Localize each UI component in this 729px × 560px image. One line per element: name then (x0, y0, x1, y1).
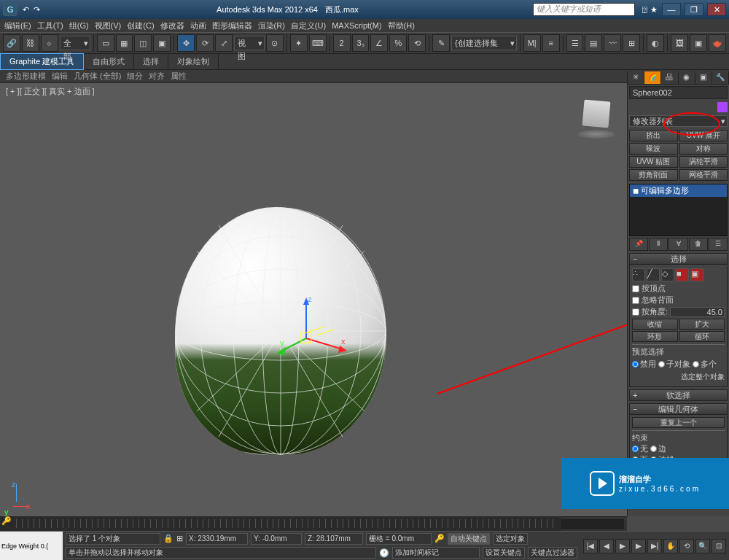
menu-rendering[interactable]: 渲染(R) (257, 20, 286, 31)
tab-motion-icon[interactable]: ◉ (679, 71, 695, 84)
coord-x-field[interactable]: X: 2330.19mm (186, 533, 248, 545)
stack-showend-icon[interactable]: Ⅱ (649, 238, 668, 251)
refcoord-dropdown[interactable]: 视图 (234, 36, 265, 50)
tab-graphite[interactable]: Graphite 建模工具 (0, 53, 84, 70)
mod-symmetry-button[interactable]: 对称 (679, 143, 728, 155)
panel-properties[interactable]: 属性 (171, 71, 187, 82)
radio-preview-multi[interactable] (693, 361, 699, 368)
panel-edit[interactable]: 编辑 (52, 71, 68, 82)
menu-grapheditors[interactable]: 图形编辑器 (211, 20, 254, 31)
setkey-button[interactable]: 设置关键点 (483, 547, 525, 559)
mod-turbosmooth-button[interactable]: 涡轮平滑 (679, 156, 728, 168)
bind-icon[interactable]: ⟐ (41, 34, 58, 52)
link-icon[interactable]: 🔗 (3, 34, 20, 52)
menu-tools[interactable]: 工具(T) (36, 20, 65, 31)
percent-snap-icon[interactable]: % (389, 34, 407, 52)
angle-snap-icon[interactable]: ∠ (370, 34, 388, 52)
menu-create[interactable]: 创建(C) (125, 20, 155, 31)
select-region-icon[interactable]: ◫ (134, 34, 152, 52)
scale-icon[interactable]: ⤢ (215, 34, 233, 52)
autokey-button[interactable]: 自动关键点 (448, 533, 490, 545)
radio-preview-subobj[interactable] (658, 361, 665, 368)
align-icon[interactable]: ≡ (542, 34, 560, 52)
menu-view[interactable]: 视图(V) (93, 20, 123, 31)
play-button[interactable]: ▶ (615, 539, 630, 553)
abs-rel-icon[interactable]: ⊞ (176, 534, 183, 543)
isolate-icon[interactable]: 🔑 (434, 534, 445, 543)
coord-z-field[interactable]: Z: 28.107mm (305, 533, 363, 545)
layers-icon[interactable]: ☰ (566, 34, 584, 52)
maximize-vp-icon[interactable]: ⊡ (712, 539, 726, 553)
panel-align[interactable]: 对齐 (149, 71, 165, 82)
panel-geometry[interactable]: 几何体 (全部) (74, 71, 121, 82)
object-name-field[interactable]: Sphere002 (629, 86, 728, 99)
lock-icon[interactable]: 🔒 (163, 534, 174, 543)
track-key-icon[interactable]: 🔑 (0, 516, 13, 531)
subobj-element-icon[interactable]: ▣ (690, 268, 703, 281)
angle-spinner[interactable]: 45.0 (670, 307, 725, 317)
keyfilters-button[interactable]: 关键点过滤器 (528, 547, 577, 559)
minimize-button[interactable]: — (662, 3, 681, 16)
sphere-object[interactable] (175, 207, 386, 455)
window-crossing-icon[interactable]: ▣ (153, 34, 171, 52)
subobj-border-icon[interactable]: ◇ (661, 268, 674, 281)
modifier-list-dropdown[interactable]: 修改器列表 (629, 115, 728, 127)
timetag-icon[interactable]: 🕐 (379, 548, 389, 558)
subobj-edge-icon[interactable]: ╱ (647, 268, 660, 281)
tab-modify-icon[interactable]: 🌈 (644, 71, 661, 84)
orbit-icon[interactable]: ⟲ (679, 539, 694, 553)
selectionset-dropdown[interactable]: {创建选择集 (451, 36, 517, 50)
subobj-vertex-icon[interactable]: ∴ (632, 268, 645, 281)
stack-pin-icon[interactable]: 📌 (629, 238, 648, 251)
app-icon[interactable]: G (3, 3, 17, 16)
panel-subdivision[interactable]: 细分 (127, 71, 143, 82)
material-icon[interactable]: ◐ (647, 34, 664, 52)
mod-uvwunwrap-button[interactable]: UVW 展开 (679, 130, 728, 141)
repeat-button[interactable]: 重复上一个 (632, 417, 725, 428)
spinner-snap-icon[interactable]: ⟲ (408, 34, 426, 52)
stack-config-icon[interactable]: ☰ (709, 238, 728, 251)
mod-extrude-button[interactable]: 挤出 (629, 130, 678, 141)
maximize-button[interactable]: ❐ (685, 3, 703, 16)
select-icon[interactable]: ▭ (97, 34, 114, 52)
tab-create-icon[interactable]: ✳ (628, 71, 644, 84)
stack-unique-icon[interactable]: ∀ (668, 238, 687, 251)
curve-editor-icon[interactable]: 〰 (604, 34, 621, 52)
menu-animation[interactable]: 动画 (189, 20, 208, 31)
next-frame-button[interactable]: ▶ (631, 539, 646, 553)
object-color-swatch[interactable] (717, 102, 728, 112)
mod-uvwmap-button[interactable]: UVW 贴图 (629, 156, 678, 168)
editset-icon[interactable]: ✎ (432, 34, 450, 52)
tab-freeform[interactable]: 自由形式 (84, 54, 134, 69)
render-setup-icon[interactable]: 🖼 (671, 34, 688, 52)
chk-ignoreback[interactable] (632, 297, 639, 304)
render-icon[interactable]: 🫖 (709, 34, 726, 52)
menu-maxscript[interactable]: MAXScript(M) (330, 21, 383, 30)
manip-icon[interactable]: ✦ (290, 34, 308, 52)
shrink-button[interactable]: 收缩 (632, 319, 678, 330)
select-name-icon[interactable]: ▦ (116, 34, 133, 52)
ring-button[interactable]: 环形 (632, 331, 678, 342)
snap-2d-icon[interactable]: 2 (333, 34, 351, 52)
modifier-stack[interactable]: ◼ 可编辑多边形 (629, 184, 728, 236)
pan-icon[interactable]: ✋ (663, 539, 678, 553)
viewcube[interactable] (576, 98, 617, 139)
render-frame-icon[interactable]: ▣ (690, 34, 707, 52)
menu-edit[interactable]: 编辑(E) (3, 20, 33, 31)
menu-help[interactable]: 帮助(H) (386, 20, 416, 31)
snap-3d-icon[interactable]: 3ₛ (352, 34, 370, 52)
radio-constrain-edge[interactable] (650, 446, 657, 452)
coord-y-field[interactable]: Y: -0.0mm (251, 533, 302, 545)
tab-display-icon[interactable]: ▣ (695, 71, 712, 84)
zoom-icon[interactable]: 🔍 (695, 539, 710, 553)
stack-remove-icon[interactable]: 🗑 (689, 238, 708, 251)
track-bar[interactable]: 🔑 (0, 516, 561, 531)
chk-byvertex[interactable] (632, 285, 639, 292)
rollout-editgeo-hdr[interactable]: 编辑几何体 (629, 403, 728, 415)
tab-objpaint[interactable]: 对象绘制 (168, 54, 219, 69)
panel-polymodel[interactable]: 多边形建模 (6, 71, 46, 82)
prev-frame-button[interactable]: ◀ (599, 539, 614, 553)
grow-button[interactable]: 扩大 (679, 319, 725, 330)
tab-selection[interactable]: 选择 (134, 54, 168, 69)
filter-dropdown[interactable]: 全部 (60, 36, 90, 50)
